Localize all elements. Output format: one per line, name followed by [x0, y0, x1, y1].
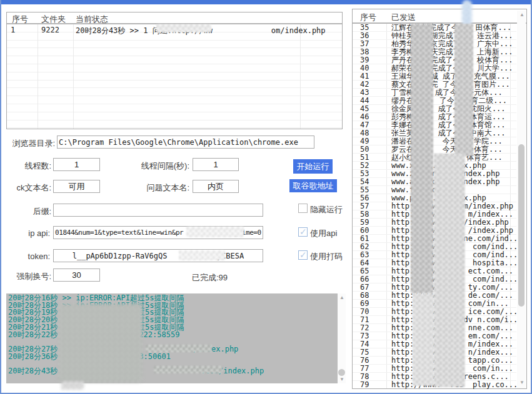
list-item[interactable]: 38李秀梅在 庆完成了今 上海新...: [353, 48, 516, 56]
ck-textname-input[interactable]: [53, 180, 100, 193]
column-separator: [300, 24, 301, 129]
blur-patch: [58, 303, 143, 382]
list-scrollbar[interactable]: ▲ ▼: [517, 11, 526, 388]
list-item-no: 78: [353, 373, 391, 381]
list-item-no: 64: [353, 259, 391, 267]
list-item-text: 蔡文在香 完 了今天 育图片...: [391, 81, 510, 89]
app-window: 序号 文件夹 当前状态 1 9222 20时28分43秒 >> 1 问题:htt…: [0, 0, 532, 394]
threads-input[interactable]: [53, 158, 100, 171]
list-item-no: 53: [353, 170, 391, 178]
list-item-no: 72: [353, 324, 391, 332]
list-item-no: 70: [353, 308, 391, 316]
suffix-input[interactable]: [53, 204, 263, 217]
blur-patch: [154, 366, 223, 373]
list-item[interactable]: 42蔡文在香 完 了今天 育图片...: [353, 81, 516, 89]
list-item-no: 66: [353, 275, 391, 283]
list-item-no: 61: [353, 235, 391, 243]
blur-patch: [434, 154, 465, 387]
list-item-no: 35: [353, 24, 391, 32]
get-google-address-button[interactable]: 取谷歌地址: [289, 179, 337, 192]
list-item-no: 50: [353, 145, 391, 154]
threads-label: 线程数:: [0, 160, 51, 172]
token-input[interactable]: [53, 249, 263, 262]
list-item[interactable]: 43丁雪梅在 成了今 开元体...: [353, 89, 516, 97]
list-item-no: 54: [353, 178, 391, 186]
sent-list-header-sent: 已发送: [391, 12, 416, 23]
list-item[interactable]: 49潘岩在上海 今天 育学院...: [353, 137, 516, 145]
browser-dir-label: 浏览器目录:: [0, 138, 55, 149]
list-item-text: 缪丹在武 了今天 育二级...: [391, 97, 507, 105]
list-item-no: 69: [353, 300, 391, 308]
start-run-button[interactable]: 开始运行: [293, 159, 333, 174]
list-item-text: 张兰英在东 成了今 中南大...: [391, 129, 506, 137]
column-separator: [73, 24, 74, 129]
list-item[interactable]: 36钟桂英在 湖完成了今 连云港...: [353, 32, 516, 40]
list-item[interactable]: 45徐金凤在长 成了今 沈阳火...: [353, 105, 516, 113]
list-item[interactable]: 46彭秀梅在佛 成了今 体育运...: [353, 113, 516, 121]
row-no: 1: [11, 26, 15, 34]
list-item[interactable]: 39严丹在拉 完成了今天 校体育...: [353, 56, 516, 64]
list-item[interactable]: 44缪丹在武 了今天 育二级...: [353, 97, 516, 105]
list-item[interactable]: 37柏秀华在 京完成了今 广东中...: [353, 40, 516, 48]
list-item-text: 郝荣在东 完成了今天 川大学...: [391, 64, 513, 72]
list-item-no: 36: [353, 32, 391, 40]
list-item-no: 47: [353, 121, 391, 129]
list-item[interactable]: 40郝荣在东 完成了今天 川大学...: [353, 64, 516, 72]
list-item[interactable]: 41王淑华在 城 成了今 充气膜...: [353, 72, 516, 81]
scroll-thumb[interactable]: [338, 369, 345, 376]
table-grid: [7, 24, 342, 129]
list-item-no: 79: [353, 381, 391, 389]
hide-run-checkbox[interactable]: [298, 204, 308, 213]
list-item-no: 68: [353, 292, 391, 300]
scroll-down-icon[interactable]: ▼: [339, 377, 344, 382]
interval-label: 线程间隔(秒):: [113, 160, 189, 172]
blur-patch: [61, 382, 84, 390]
blur-patch: [146, 345, 212, 352]
scroll-down-icon[interactable]: ▼: [519, 380, 524, 385]
list-item-no: 41: [353, 72, 391, 81]
list-item-text: 严丹在拉 完成了今天 校体育...: [391, 56, 513, 64]
list-item-text: 彭秀梅在佛 成了今 体育运...: [391, 113, 506, 121]
list-item[interactable]: 48张兰英在东 成了今 中南大...: [353, 129, 516, 137]
list-item-no: 38: [353, 48, 391, 56]
force-change-input[interactable]: [53, 268, 100, 282]
question-textname-input[interactable]: [193, 180, 239, 193]
column-separator: [38, 24, 38, 129]
scroll-thumb[interactable]: [518, 144, 524, 307]
list-item-no: 56: [353, 194, 391, 202]
list-item-no: 49: [353, 137, 391, 145]
list-item[interactable]: 47李娜在马鞍 成了今 体育馆...: [353, 121, 516, 129]
list-item-no: 60: [353, 227, 391, 235]
hide-run-checkbox-label: 隐藏运行: [310, 204, 343, 215]
list-item-no: 65: [353, 267, 391, 275]
list-item-text: 王淑华在 城 成了今 充气膜...: [391, 72, 510, 81]
window-titlebar[interactable]: [0, 0, 532, 4]
list-item-text: 江辉在兰州完成了今天 田体育...: [391, 24, 511, 32]
list-item-no: 67: [353, 283, 391, 292]
list-item-text: 丁雪梅在 成了今 开元体...: [391, 89, 503, 97]
log-scrollbar[interactable]: ▲ ▼: [338, 293, 346, 383]
list-item-text: 钟桂英在 湖完成了今 连云港...: [391, 32, 513, 40]
force-change-label: 强制换号:: [0, 271, 51, 282]
list-item-no: 74: [353, 340, 391, 348]
list-item-no: 57: [353, 202, 391, 210]
row-folder: 9222: [41, 26, 59, 34]
interval-input[interactable]: [193, 158, 239, 171]
list-item-no: 43: [353, 89, 391, 97]
list-item[interactable]: 50罗云在辽阳 今天 会体育...: [353, 145, 516, 154]
list-item[interactable]: 35江辉在兰州完成了今天 田体育...: [353, 24, 516, 32]
list-item-no: 42: [353, 81, 391, 89]
scroll-up-icon[interactable]: ▲: [339, 295, 344, 300]
use-captcha-checkbox-label: 使用打码: [310, 251, 343, 262]
blur-patch: [186, 227, 244, 237]
list-item-no: 40: [353, 64, 391, 72]
list-item-no: 39: [353, 56, 391, 64]
scroll-up-icon[interactable]: ▲: [519, 12, 524, 17]
list-item-no: 37: [353, 40, 391, 48]
use-captcha-checkbox[interactable]: [298, 250, 308, 260]
sent-list-header-no: 序号: [360, 12, 376, 23]
use-api-checkbox[interactable]: [298, 227, 308, 237]
token-label: token:: [0, 252, 50, 261]
list-item-no: 58: [353, 210, 391, 219]
browser-dir-input[interactable]: [57, 135, 314, 149]
